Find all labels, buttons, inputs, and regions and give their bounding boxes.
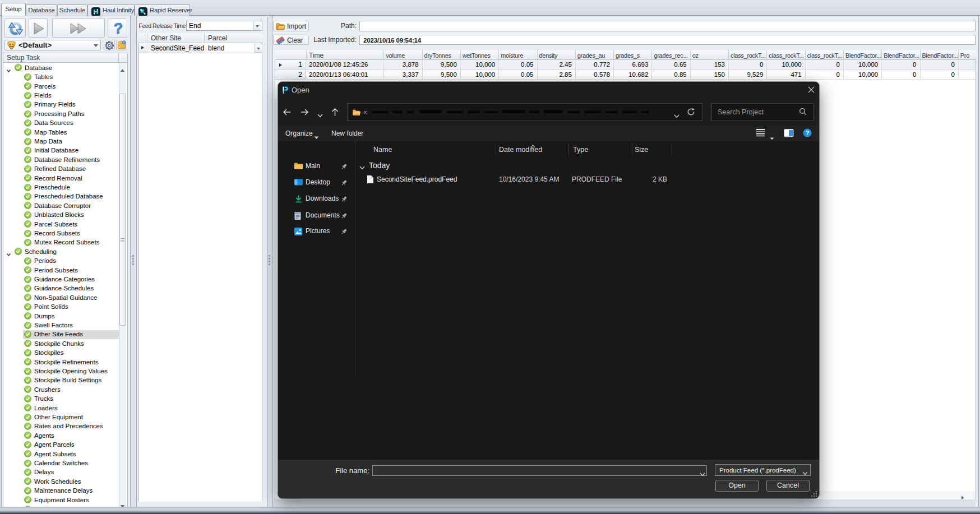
svg-text:?: ? [114, 20, 123, 37]
svg-text:?: ? [806, 129, 810, 136]
